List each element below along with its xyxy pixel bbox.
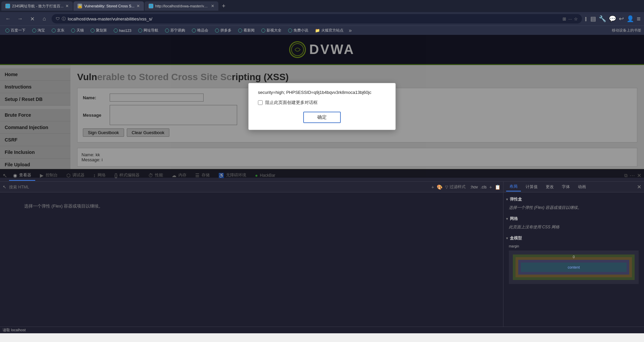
tab-close-3[interactable]: ✕ xyxy=(211,4,214,8)
right-panel-close[interactable]: ✕ xyxy=(637,184,641,190)
flex-section: ▾ 弹性盒 选择一个弹性 (Flex) 容器或项目以继续。 xyxy=(506,195,641,212)
bookmark-juhua[interactable]: 聚划算 xyxy=(88,27,110,34)
right-tab-animations[interactable]: 动画 xyxy=(575,183,589,191)
library-icon[interactable]: ⫿ xyxy=(585,15,588,22)
home-button[interactable]: ⌂ xyxy=(40,14,49,23)
bookmark-novel[interactable]: 免费小说 xyxy=(285,27,311,34)
tab-close-1[interactable]: ✕ xyxy=(65,4,69,8)
bookmark-label: 聚划算 xyxy=(96,28,107,33)
bookmark-suning[interactable]: 苏宁易购 xyxy=(162,27,188,34)
globe-icon xyxy=(288,28,292,33)
flex-section-header[interactable]: ▾ 弹性盒 xyxy=(506,195,641,204)
box-model-diagram: margin 0 content xyxy=(506,242,641,285)
box-model-title: 盒模型 xyxy=(510,235,522,241)
box-model-section-header[interactable]: ▾ 盒模型 xyxy=(506,234,641,242)
html-search-input[interactable] xyxy=(9,185,429,189)
bookmark-news[interactable]: 看新闻 xyxy=(235,27,257,34)
url-text[interactable]: localhost/dvwa-master/vulnerabilities/xs… xyxy=(68,16,560,21)
tab-title-1: 2345网址导航 - 致力于打造百... xyxy=(12,4,63,9)
globe-icon xyxy=(138,28,142,33)
back-button[interactable]: ← xyxy=(3,14,13,23)
dialog-checkbox[interactable] xyxy=(258,100,263,105)
sidebar-toggle-icon[interactable]: ▤ xyxy=(590,15,596,22)
bookmark-wangzhi[interactable]: 网址导航 xyxy=(136,27,161,34)
bookmark-tianmao[interactable]: 天猫 xyxy=(68,27,87,34)
tab-favicon-3: 🌐 xyxy=(149,4,153,8)
bookmark-baidu[interactable]: 百度一下 xyxy=(3,27,28,34)
bookmark-jingdong[interactable]: 京东 xyxy=(49,27,67,34)
flex-arrow-icon: ▾ xyxy=(506,197,508,201)
dialog-box: security=high; PHPSESSID=q9j1b4bqvv3rk8m… xyxy=(248,83,396,130)
back-arrow-icon[interactable]: ↩ xyxy=(619,15,624,22)
copy-icon[interactable]: 📋 xyxy=(495,184,500,190)
bookmark-vipshop[interactable]: 唯品会 xyxy=(189,27,211,34)
options-icon[interactable]: ··· xyxy=(568,16,572,21)
security-icon: 🛡 xyxy=(56,16,60,21)
more-bookmarks[interactable]: » xyxy=(349,27,352,34)
box-model-arrow-icon: ▾ xyxy=(506,236,508,240)
bookmark-label: 免费小说 xyxy=(293,28,308,33)
pseudo-filter[interactable]: :hov xyxy=(470,185,478,189)
tab-2[interactable]: 🔒 Vulnerability: Stored Cross S... ✕ xyxy=(73,1,144,11)
menu-icon[interactable]: ≡ xyxy=(637,15,641,23)
add-filter-icon[interactable]: + xyxy=(489,184,492,190)
filter-label: 过滤样式 xyxy=(449,184,466,190)
bookmarks-bar: 百度一下 淘宝 京东 天猫 聚划算 hao123 网址导航 苏宁易购 xyxy=(0,25,644,35)
grid-section-header[interactable]: ▾ 网格 xyxy=(506,215,641,223)
bookmark-hao123[interactable]: hao123 xyxy=(111,28,134,33)
globe-icon xyxy=(114,28,118,33)
bookmark-label: 唯品会 xyxy=(197,28,208,33)
status-text: 读取 localhost xyxy=(3,328,25,333)
right-tab-computed[interactable]: 计算值 xyxy=(522,183,541,191)
globe-icon xyxy=(32,28,36,33)
account-icon[interactable]: 👤 xyxy=(627,15,634,22)
dialog-ok-button[interactable]: 确定 xyxy=(303,112,341,123)
bookmark-firefox[interactable]: 📁 火狐官方站点 xyxy=(312,27,346,34)
no-element-text: 选择一个弹性 (Flex) 容器或项目以继续。 xyxy=(24,203,103,209)
extensions-icon[interactable]: 🔧 xyxy=(599,15,606,22)
forward-button[interactable]: → xyxy=(15,14,25,23)
status-bar: 读取 localhost xyxy=(0,327,644,333)
address-bar[interactable]: 🛡 ⓘ localhost/dvwa-master/vulnerabilitie… xyxy=(52,14,582,23)
bookmark-video[interactable]: 影视大全 xyxy=(259,27,284,34)
new-tab-button[interactable]: + xyxy=(219,1,228,11)
bookmark-icon[interactable]: ☆ xyxy=(574,16,578,21)
devtools-panel: ↖ ◉ 查看器 ▶ 控制台 ⬡ 调试器 ↕ 网络 {} 样式编辑器 ⏱ 性能 ☁… xyxy=(0,169,644,333)
globe-icon xyxy=(52,28,56,33)
bookmark-label: 淘宝 xyxy=(38,28,45,33)
grid-section: ▾ 网格 此页面上没有使用 CSS 网格 xyxy=(506,215,641,231)
tab-close-2[interactable]: ✕ xyxy=(137,4,140,8)
stop-button[interactable]: ✕ xyxy=(28,14,37,23)
globe-icon xyxy=(215,28,219,33)
globe-icon xyxy=(71,28,75,33)
mobile-bookmarks[interactable]: 移动设备上的书签 xyxy=(612,28,641,33)
chat-icon[interactable]: 💬 xyxy=(609,15,616,22)
bookmark-label: 网址导航 xyxy=(144,28,158,33)
add-rule-icon[interactable]: + xyxy=(431,184,434,190)
folder-icon: 📁 xyxy=(315,28,320,33)
browser-chrome: 🌐 2345网址导航 - 致力于打造百... ✕ 🔒 Vulnerability… xyxy=(0,0,644,35)
qr-icon[interactable]: ⊞ xyxy=(562,16,566,21)
right-tab-fonts[interactable]: 字体 xyxy=(558,183,573,191)
bookmark-label: 拼多多 xyxy=(220,28,231,33)
content-label: content xyxy=(568,265,580,269)
devtools-right-tabs: 布局 计算值 更改 字体 动画 ✕ xyxy=(503,182,644,192)
right-tab-layout[interactable]: 布局 xyxy=(506,182,521,191)
right-tab-changes[interactable]: 更改 xyxy=(542,183,557,191)
tab-1[interactable]: 🌐 2345网址导航 - 致力于打造百... ✕ xyxy=(1,1,73,11)
bookmark-label: 天猫 xyxy=(76,28,84,33)
bookmark-pinduoduo[interactable]: 拼多多 xyxy=(212,27,234,34)
globe-icon xyxy=(5,28,9,33)
color-picker-icon[interactable]: 🎨 xyxy=(437,184,442,190)
bookmark-taobao[interactable]: 淘宝 xyxy=(30,27,48,34)
flex-section-content: 选择一个弹性 (Flex) 容器或项目以继续。 xyxy=(506,204,641,212)
box-label: margin xyxy=(509,244,519,248)
dialog-message: security=high; PHPSESSID=q9j1b4bqvv3rk8m… xyxy=(258,90,386,95)
box-padding: content xyxy=(518,260,629,275)
tab-3[interactable]: 🌐 http://localhost/dvwa-master/vu... ✕ xyxy=(145,1,218,11)
devtools-left-panel: ↖ + 🎨 ▽ 过滤样式 :hov .cls + 📋 选择一个弹性 (Flex)… xyxy=(0,182,503,327)
grid-section-title: 网格 xyxy=(510,216,518,222)
box-border: content xyxy=(516,257,632,277)
cls-filter[interactable]: .cls xyxy=(481,185,487,189)
globe-icon xyxy=(91,28,95,33)
